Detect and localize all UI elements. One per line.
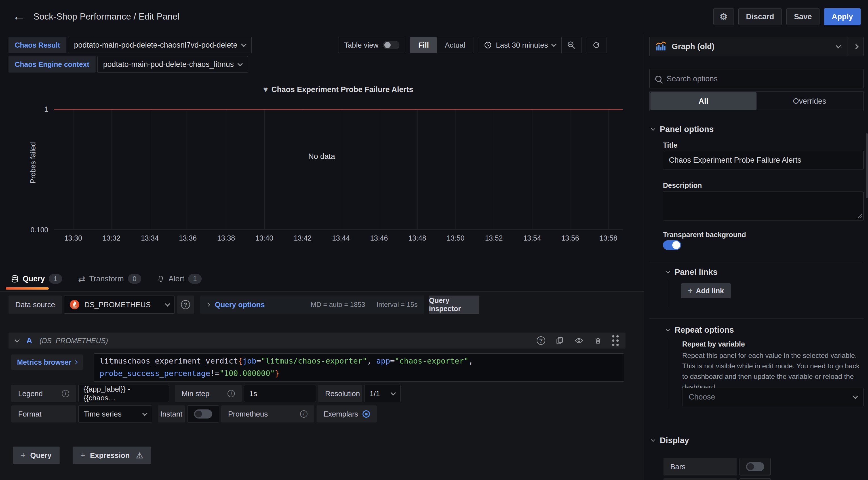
resolution-select[interactable]: 1/1 xyxy=(364,385,401,402)
exemplars-icon xyxy=(363,410,370,418)
variable-value-dropdown[interactable]: podtato-main-pod-delete-chaos_litmus xyxy=(97,56,248,72)
tab-query[interactable]: Query 1 xyxy=(11,274,62,284)
tab-transform[interactable]: ⇄ Transform 0 xyxy=(78,274,141,284)
min-step-label: Min stepi xyxy=(175,385,242,402)
visualization-picker[interactable]: Graph (old) xyxy=(649,37,864,56)
clipped-toggle-container xyxy=(740,478,771,480)
datasource-picker[interactable]: DS_PROMETHEUS xyxy=(64,296,175,314)
bars-toggle-container xyxy=(740,458,771,476)
bars-label: Bars xyxy=(663,458,737,476)
duplicate-icon[interactable] xyxy=(555,336,564,345)
panel-settings-button[interactable]: ⚙ xyxy=(713,8,734,25)
header-actions: ⚙ Discard Save Apply xyxy=(713,8,861,25)
zoom-out-button[interactable] xyxy=(561,37,581,53)
time-range-label: Last 30 minutes xyxy=(496,41,548,49)
exemplars-control[interactable]: Exemplars xyxy=(316,406,377,422)
add-link-button[interactable]: + Add link xyxy=(681,283,731,298)
info-icon: i xyxy=(227,390,235,397)
help-icon[interactable]: ? xyxy=(537,336,545,345)
query-add-buttons: + Query + Expression ⚠ xyxy=(13,447,151,464)
options-search[interactable]: Search options xyxy=(649,69,864,89)
x-axis-tick: 13:34 xyxy=(141,234,159,242)
query-row-actions: ? xyxy=(537,335,619,346)
tab-all[interactable]: All xyxy=(650,92,756,110)
query-inspector-button[interactable]: Query inspector xyxy=(429,296,479,314)
y-axis-tick: 1 xyxy=(28,105,48,113)
time-range-control: Last 30 minutes xyxy=(478,37,582,53)
format-select[interactable]: Time series xyxy=(78,406,152,422)
tab-overrides[interactable]: Overrides xyxy=(756,92,863,110)
y-axis-tick: 0.100 xyxy=(20,226,48,234)
save-button[interactable]: Save xyxy=(786,8,819,25)
min-step-input[interactable]: 1s xyxy=(244,385,316,402)
refresh-button[interactable] xyxy=(586,37,607,53)
repeat-variable-placeholder: Choose xyxy=(689,393,715,402)
variable-label: Chaos Result xyxy=(8,37,66,53)
panel-options-header[interactable]: Panel options xyxy=(652,125,714,134)
active-tab-indicator xyxy=(6,287,49,289)
no-data-message: No data xyxy=(308,152,335,161)
query-type-label: Prometheusi xyxy=(221,406,314,422)
bars-option-row: Bars xyxy=(663,458,771,476)
actual-option[interactable]: Actual xyxy=(437,37,473,53)
plus-icon: + xyxy=(21,450,26,460)
table-view-control: Table view xyxy=(338,37,405,53)
format-options-row: Format Time series Instant Prometheusi E… xyxy=(11,406,377,422)
database-icon xyxy=(11,275,19,283)
table-view-toggle[interactable] xyxy=(383,41,399,49)
resize-handle-icon[interactable] xyxy=(858,214,862,218)
gridline xyxy=(417,109,417,229)
drag-handle-icon[interactable] xyxy=(612,335,619,346)
fill-option[interactable]: Fill xyxy=(410,37,437,53)
description-field-label: Description xyxy=(663,181,702,190)
chart-plot-area[interactable]: No data xyxy=(54,109,623,230)
add-expression-button[interactable]: + Expression ⚠ xyxy=(73,447,151,464)
gridline xyxy=(341,109,341,229)
eye-icon[interactable] xyxy=(574,336,584,345)
format-label: Format xyxy=(11,406,76,422)
panel-description-textarea[interactable] xyxy=(663,192,864,220)
datasource-help-button[interactable]: ? xyxy=(177,296,194,314)
chevron-right-icon xyxy=(74,360,78,364)
transparent-background-toggle[interactable] xyxy=(663,240,681,250)
panel-title: ♥Chaos Experiment Probe Failure Alerts xyxy=(54,85,623,94)
display-header[interactable]: Display xyxy=(652,436,689,445)
query-row-header[interactable]: A (DS_PROMETHEUS) ? xyxy=(8,333,625,348)
options-filter-tabs: All Overrides xyxy=(649,91,864,111)
clipped-option-row xyxy=(663,478,771,480)
variable-value-text: podtato-main-pod-delete-chaosnl7vd-pod-d… xyxy=(74,41,238,49)
instant-toggle[interactable] xyxy=(194,409,212,418)
legend-format-input[interactable]: {{app_label}} - {{chaos… xyxy=(78,385,169,402)
apply-button[interactable]: Apply xyxy=(824,8,861,25)
info-icon: i xyxy=(62,390,69,397)
panel-title-input[interactable] xyxy=(663,151,864,169)
trash-icon[interactable] xyxy=(594,336,602,345)
chevron-down-icon xyxy=(853,393,858,399)
chevron-down-icon xyxy=(391,390,396,395)
add-query-button[interactable]: + Query xyxy=(13,447,60,464)
metrics-browser-button[interactable]: Metrics browser xyxy=(11,354,83,370)
x-axis-tick: 13:32 xyxy=(103,234,121,242)
discard-button[interactable]: Discard xyxy=(738,8,782,25)
x-axis: 13:30 13:32 13:34 13:36 13:38 13:40 13:4… xyxy=(54,234,623,244)
panel-links-header[interactable]: Panel links xyxy=(666,268,718,277)
bars-toggle[interactable] xyxy=(746,462,764,471)
help-icon: ? xyxy=(181,300,190,309)
search-icon xyxy=(655,76,661,82)
query-datasource-hint: (DS_PROMETHEUS) xyxy=(39,337,108,345)
repeat-variable-select[interactable]: Choose xyxy=(682,388,864,406)
query-options-bar[interactable]: Query options MD = auto = 1853 Interval … xyxy=(200,296,424,314)
time-range-button[interactable]: Last 30 minutes xyxy=(478,37,561,53)
collapse-sidebar-icon[interactable] xyxy=(853,44,858,49)
promql-expression-input[interactable]: litmuschaos_experiment_verdict{job="litm… xyxy=(94,353,624,382)
variable-value-dropdown[interactable]: podtato-main-pod-delete-chaosnl7vd-pod-d… xyxy=(68,37,252,53)
tab-alert[interactable]: Alert 1 xyxy=(157,274,202,284)
chevron-down-icon xyxy=(651,438,655,442)
x-axis-tick: 13:54 xyxy=(523,234,541,242)
chevron-down-icon xyxy=(142,411,147,416)
sidebar-scrollbar[interactable] xyxy=(866,133,868,198)
chevron-down-icon xyxy=(165,301,170,306)
back-arrow-icon[interactable]: ← xyxy=(12,8,26,24)
dashboard-variables: Chaos Result podtato-main-pod-delete-cha… xyxy=(8,37,252,72)
repeat-options-header[interactable]: Repeat options xyxy=(666,325,734,335)
